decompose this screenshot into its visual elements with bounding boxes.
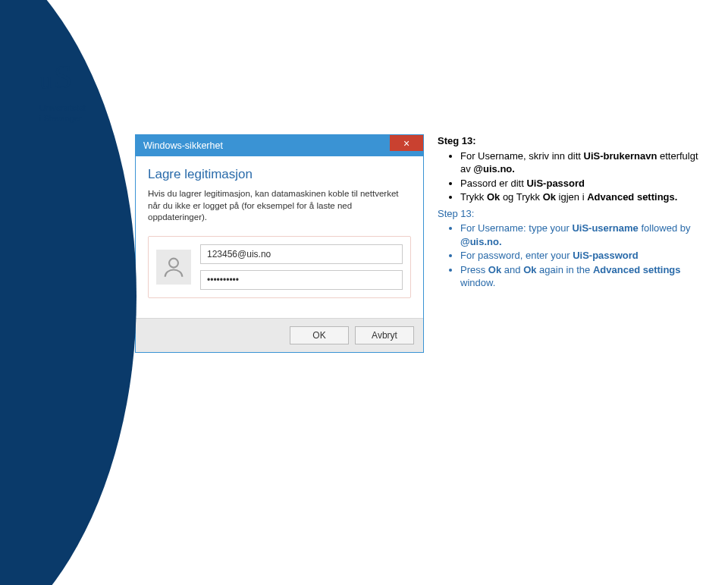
dialog-footer: OK Avbryt <box>136 318 423 352</box>
dialog-title: Windows-sikkerhet <box>143 140 223 151</box>
cancel-button[interactable]: Avbryt <box>355 326 414 344</box>
logo-text: Universitetet i Stavanger <box>39 102 111 124</box>
close-icon: × <box>403 138 410 149</box>
step-heading-no: Steg 13: <box>438 134 699 148</box>
dialog-heading: Lagre legitimasjon <box>148 167 411 182</box>
dialog-description: Hvis du lagrer legitimasjon, kan datamas… <box>148 188 411 224</box>
logo-line2: i Stavanger <box>39 113 111 124</box>
list-item: Passord er ditt UiS-passord <box>460 177 699 190</box>
logo-letter-u: u <box>39 68 52 93</box>
svg-point-0 <box>169 258 178 267</box>
list-item: Trykk Ok og Trykk Ok igjen i Advanced se… <box>460 190 699 204</box>
list-item: Press Ok and Ok again in the Advanced se… <box>460 263 699 290</box>
instructions-block: Steg 13: For Username, skriv inn ditt Ui… <box>438 134 699 293</box>
logo-line1: Universitetet <box>39 102 111 113</box>
logo-divider <box>39 96 85 98</box>
ok-button[interactable]: OK <box>290 326 349 344</box>
step-heading-en: Step 13: <box>438 207 699 221</box>
logo-letter-s: S <box>54 64 72 90</box>
step-list-en: For Username: type your UiS-username fol… <box>438 222 699 290</box>
dialog-body: Lagre legitimasjon Hvis du lagrer legiti… <box>136 156 423 318</box>
close-button[interactable]: × <box>390 135 423 151</box>
dialog-titlebar[interactable]: Windows-sikkerhet × <box>136 135 423 156</box>
windows-security-dialog: Windows-sikkerhet × Lagre legitimasjon H… <box>135 134 424 353</box>
uis-logo: u S Universitetet i Stavanger <box>39 67 111 124</box>
logo-mark: u S <box>39 67 111 93</box>
password-input[interactable] <box>200 270 403 290</box>
step-block-en: Step 13: For Username: type your UiS-use… <box>438 207 699 290</box>
credentials-box <box>148 236 411 298</box>
username-input[interactable] <box>200 244 403 264</box>
list-item: For Username, skriv inn ditt UiS-brukern… <box>460 149 699 176</box>
step-list-no: For Username, skriv inn ditt UiS-brukern… <box>438 149 699 204</box>
user-avatar-icon <box>156 250 191 285</box>
credential-fields <box>200 244 403 290</box>
list-item: For password, enter your UiS-password <box>460 249 699 263</box>
list-item: For Username: type your UiS-username fol… <box>460 222 699 248</box>
